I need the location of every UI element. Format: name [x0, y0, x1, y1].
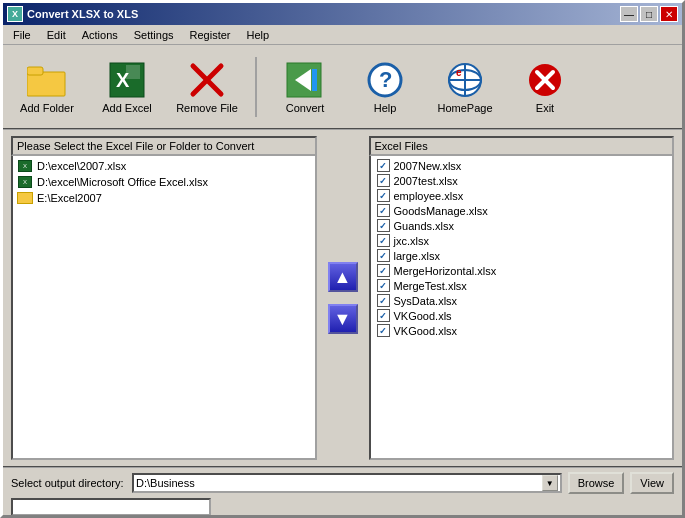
excel-list-item[interactable]: 2007test.xlsx [373, 173, 671, 188]
convert-label: Convert [286, 102, 325, 114]
checkbox[interactable] [377, 249, 390, 262]
remove-file-label: Remove File [176, 102, 238, 114]
excel-file-name: MergeHorizontal.xlsx [394, 265, 497, 277]
browse-button[interactable]: Browse [568, 472, 625, 494]
excel-icon: X [107, 60, 147, 100]
list-item[interactable]: E:\Excel2007 [15, 190, 313, 206]
output-label: Select output directory: [11, 477, 126, 489]
list-item-text: E:\Excel2007 [37, 192, 102, 204]
excel-file-name: MergeTest.xlsx [394, 280, 467, 292]
bottom-input-row [11, 498, 674, 516]
file-icon: X [17, 175, 33, 189]
list-item[interactable]: X D:\excel\2007.xlsx [15, 158, 313, 174]
excel-list-item[interactable]: large.xlsx [373, 248, 671, 263]
svg-rect-9 [312, 69, 317, 91]
checkbox[interactable] [377, 264, 390, 277]
checkbox[interactable] [377, 279, 390, 292]
checkbox[interactable] [377, 189, 390, 202]
output-dropdown[interactable]: D:\Business ▼ [132, 473, 562, 493]
checkbox[interactable] [377, 159, 390, 172]
maximize-button[interactable]: □ [640, 6, 658, 22]
convert-button[interactable]: Convert [269, 51, 341, 123]
window-frame: X Convert XLSX to XLS — □ ✕ File Edit Ac… [0, 0, 685, 518]
title-buttons: — □ ✕ [620, 6, 678, 22]
exit-label: Exit [536, 102, 554, 114]
exit-icon [525, 60, 565, 100]
menu-register[interactable]: Register [184, 27, 237, 43]
arrow-down-button[interactable]: ▼ [328, 304, 358, 334]
excel-list-item[interactable]: MergeTest.xlsx [373, 278, 671, 293]
excel-list-item[interactable]: VKGood.xls [373, 308, 671, 323]
menu-help[interactable]: Help [241, 27, 276, 43]
down-arrow-icon: ▼ [334, 309, 352, 330]
folder-small-icon [17, 192, 33, 204]
help-icon: ? [365, 60, 405, 100]
bottom-bar: Select output directory: D:\Business ▼ B… [3, 466, 682, 518]
remove-icon [187, 60, 227, 100]
title-bar: X Convert XLSX to XLS — □ ✕ [3, 3, 682, 25]
excel-small-icon: X [18, 160, 32, 172]
folder-icon [27, 60, 67, 100]
svg-text:e: e [456, 67, 462, 78]
menu-edit[interactable]: Edit [41, 27, 72, 43]
excel-list-item[interactable]: GoodsManage.xlsx [373, 203, 671, 218]
excel-list-item[interactable]: employee.xlsx [373, 188, 671, 203]
homepage-label: HomePage [437, 102, 492, 114]
list-item-text: D:\excel\2007.xlsx [37, 160, 126, 172]
window-title: Convert XLSX to XLS [27, 8, 138, 20]
checkbox[interactable] [377, 294, 390, 307]
title-bar-left: X Convert XLSX to XLS [7, 6, 138, 22]
help-button[interactable]: ? Help [349, 51, 421, 123]
list-item-text: D:\excel\Microsoft Office Excel.xlsx [37, 176, 208, 188]
close-button[interactable]: ✕ [660, 6, 678, 22]
excel-file-name: 2007New.xlsx [394, 160, 462, 172]
bottom-input[interactable] [11, 498, 211, 516]
checkbox[interactable] [377, 219, 390, 232]
checkbox[interactable] [377, 234, 390, 247]
right-panel-list[interactable]: 2007New.xlsx2007test.xlsxemployee.xlsxGo… [369, 156, 675, 460]
svg-rect-4 [126, 65, 140, 79]
svg-rect-0 [27, 72, 65, 96]
add-excel-button[interactable]: X Add Excel [91, 51, 163, 123]
add-folder-button[interactable]: Add Folder [11, 51, 83, 123]
checkbox[interactable] [377, 174, 390, 187]
excel-small-icon: X [18, 176, 32, 188]
excel-list-item[interactable]: Guands.xlsx [373, 218, 671, 233]
checkbox[interactable] [377, 309, 390, 322]
excel-file-name: VKGood.xlsx [394, 325, 458, 337]
arrow-up-button[interactable]: ▲ [328, 262, 358, 292]
dropdown-arrow-icon: ▼ [542, 475, 558, 491]
excel-list-item[interactable]: SysData.xlsx [373, 293, 671, 308]
main-content: Please Select the Excel File or Folder t… [3, 130, 682, 466]
list-item[interactable]: X D:\excel\Microsoft Office Excel.xlsx [15, 174, 313, 190]
menu-file[interactable]: File [7, 27, 37, 43]
file-icon: X [17, 159, 33, 173]
left-panel: Please Select the Excel File or Folder t… [11, 136, 317, 460]
exit-button[interactable]: Exit [509, 51, 581, 123]
excel-list-item[interactable]: VKGood.xlsx [373, 323, 671, 338]
homepage-button[interactable]: e HomePage [429, 51, 501, 123]
left-panel-list[interactable]: X D:\excel\2007.xlsx X D:\excel\Microsof… [11, 156, 317, 460]
menu-settings[interactable]: Settings [128, 27, 180, 43]
add-excel-label: Add Excel [102, 102, 152, 114]
excel-file-name: SysData.xlsx [394, 295, 458, 307]
output-value: D:\Business [136, 477, 195, 489]
excel-file-name: GoodsManage.xlsx [394, 205, 488, 217]
checkbox[interactable] [377, 204, 390, 217]
excel-file-name: VKGood.xls [394, 310, 452, 322]
menu-actions[interactable]: Actions [76, 27, 124, 43]
view-button[interactable]: View [630, 472, 674, 494]
svg-text:?: ? [379, 67, 392, 92]
excel-list-item[interactable]: 2007New.xlsx [373, 158, 671, 173]
remove-file-button[interactable]: Remove File [171, 51, 243, 123]
excel-list-item[interactable]: MergeHorizontal.xlsx [373, 263, 671, 278]
menu-bar: File Edit Actions Settings Register Help [3, 25, 682, 45]
right-panel: Excel Files 2007New.xlsx2007test.xlsxemp… [369, 136, 675, 460]
left-panel-header: Please Select the Excel File or Folder t… [11, 136, 317, 156]
output-row: Select output directory: D:\Business ▼ B… [11, 472, 674, 494]
minimize-button[interactable]: — [620, 6, 638, 22]
checkbox[interactable] [377, 324, 390, 337]
folder-icon-small [17, 191, 33, 205]
excel-list-item[interactable]: jxc.xlsx [373, 233, 671, 248]
toolbar-separator [255, 57, 257, 117]
